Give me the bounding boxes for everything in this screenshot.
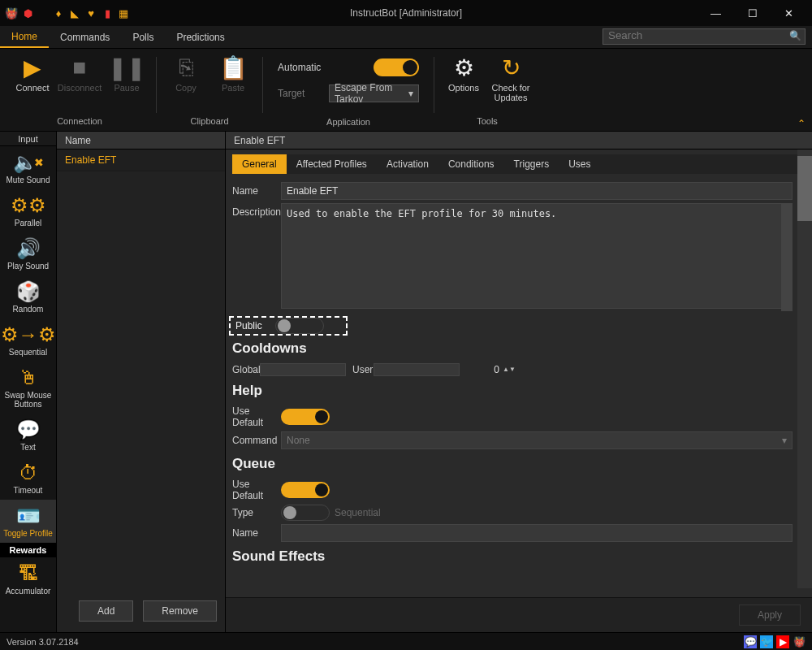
nav-home[interactable]: Home xyxy=(0,26,49,48)
sidebar-item-label: Timeout xyxy=(14,486,43,495)
tab-affected-profiles[interactable]: Affected Profiles xyxy=(287,154,377,174)
sidebar-text[interactable]: 💬Text xyxy=(0,414,56,457)
ribbon-group-application: Automatic Target Escape From Tarkov ▾ Ap… xyxy=(265,52,432,131)
target-dropdown[interactable]: Escape From Tarkov ▾ xyxy=(329,84,419,102)
list-header: Name xyxy=(57,132,225,150)
sidebar-swap-mouse[interactable]: 🖱Swap Mouse Buttons xyxy=(0,362,56,414)
target-label: Target xyxy=(278,88,322,99)
app-mini-icon[interactable]: 👹 xyxy=(793,635,806,648)
help-command-select[interactable]: None▾ xyxy=(281,431,793,449)
help-command-value: None xyxy=(287,435,310,446)
list-actions: Add Remove xyxy=(57,594,225,626)
user-cooldown-input[interactable]: ▲▼ xyxy=(374,363,460,376)
sequence-icon: ⚙→⚙ xyxy=(1,323,56,346)
pause-label: Pause xyxy=(114,83,139,93)
remove-button[interactable]: Remove xyxy=(143,600,217,622)
detail-tabs: General Affected Profiles Activation Con… xyxy=(232,154,810,174)
copy-button: ⎘ Copy xyxy=(165,52,207,94)
stepper-icon[interactable]: ▲▼ xyxy=(503,366,514,373)
search-box[interactable]: 🔍 xyxy=(603,28,806,45)
sidebar-item-label: Swap Mouse Buttons xyxy=(2,391,54,409)
chevron-down-icon: ▾ xyxy=(408,88,413,99)
tab-general[interactable]: General xyxy=(232,154,287,174)
user-cooldown-value[interactable] xyxy=(374,364,503,375)
sidebar-accumulator[interactable]: 🏗Accumulator xyxy=(0,557,56,600)
help-use-default-toggle[interactable] xyxy=(281,409,330,425)
application-group-label: Application xyxy=(326,114,370,132)
nav-polls[interactable]: Polls xyxy=(121,26,165,48)
name-input[interactable] xyxy=(281,182,793,200)
copy-icon: ⎘ xyxy=(179,54,193,81)
clock-icon: ⏱ xyxy=(19,462,38,484)
search-input[interactable] xyxy=(608,29,787,41)
content-scrollbar[interactable] xyxy=(797,150,812,588)
play-icon: ▶ xyxy=(24,54,41,81)
divider xyxy=(156,57,157,113)
sidebar-timeout[interactable]: ⏱Timeout xyxy=(0,457,56,500)
help-command-label: Command xyxy=(229,435,281,446)
content-panel: Enable EFT General Affected Profiles Act… xyxy=(226,132,812,632)
queue-name-input[interactable] xyxy=(281,524,793,542)
stop-icon: ■ xyxy=(73,54,87,81)
sidebar-item-label: Play Sound xyxy=(7,262,49,271)
sound-effects-heading: Sound Effects xyxy=(229,545,793,568)
sidebar-toggle-profile[interactable]: 🪪Toggle Profile xyxy=(0,500,56,543)
public-toggle[interactable] xyxy=(275,318,324,334)
tab-activation[interactable]: Activation xyxy=(377,154,438,174)
check-updates-button[interactable]: ↻ Check for Updates xyxy=(490,52,532,104)
tab-conditions[interactable]: Conditions xyxy=(438,154,504,174)
collapse-ribbon-icon[interactable]: ⌃ xyxy=(797,118,806,129)
title-bar: 👹 ⬢ ♦ ◣ ♥ ▮ ▦ InstructBot [Administrator… xyxy=(0,0,812,26)
options-button[interactable]: ⚙ Options xyxy=(443,52,485,104)
user-label: User xyxy=(346,364,374,375)
clipboard-group-label: Clipboard xyxy=(190,113,228,131)
add-button[interactable]: Add xyxy=(79,600,133,622)
ribbon-group-tools: ⚙ Options ↻ Check for Updates Tools xyxy=(436,52,538,131)
target-value: Escape From Tarkov xyxy=(335,82,408,105)
disconnect-button: ■ Disconnect xyxy=(58,52,101,94)
apply-button: Apply xyxy=(739,604,801,626)
minimize-button[interactable]: — xyxy=(698,0,734,26)
scrollbar-thumb[interactable] xyxy=(797,156,812,221)
quick-icon-1[interactable]: ♦ xyxy=(52,6,65,20)
app-icon-1: 👹 xyxy=(5,6,18,20)
global-cooldown-input[interactable]: ▲▼ xyxy=(260,363,346,376)
discord-icon[interactable]: 💬 xyxy=(744,635,757,648)
queue-type-toggle[interactable] xyxy=(281,505,330,521)
list-item-enable-eft[interactable]: Enable EFT xyxy=(57,150,225,171)
nav-predictions[interactable]: Predictions xyxy=(165,26,235,48)
textarea-scrollbar[interactable] xyxy=(781,203,793,311)
automatic-toggle[interactable] xyxy=(374,58,419,76)
queue-use-default-label: Use Default xyxy=(229,479,281,501)
dice-icon: 🎲 xyxy=(16,280,41,303)
main-nav: Home Commands Polls Predictions 🔍 xyxy=(0,26,812,49)
quick-icon-5[interactable]: ▦ xyxy=(117,6,130,20)
maximize-button[interactable]: ☐ xyxy=(734,0,771,26)
sidebar-item-label: Random xyxy=(13,305,44,314)
tab-triggers[interactable]: Triggers xyxy=(504,154,559,174)
nav-commands[interactable]: Commands xyxy=(49,26,121,48)
quick-icon-4[interactable]: ▮ xyxy=(101,6,114,20)
connect-button[interactable]: ▶ Connect xyxy=(11,52,54,94)
profile-icon: 🪪 xyxy=(16,505,41,527)
tools-group-label: Tools xyxy=(477,113,498,131)
quick-icon-3[interactable]: ♥ xyxy=(84,6,97,20)
twitter-icon[interactable]: 🐦 xyxy=(760,635,773,648)
list-panel: Name Enable EFT Add Remove xyxy=(57,132,226,632)
sidebar-random[interactable]: 🎲Random xyxy=(0,275,56,318)
sidebar-parallel[interactable]: ⚙⚙Parallel xyxy=(0,189,56,232)
titlebar-icons: 👹 ⬢ ♦ ◣ ♥ ▮ ▦ xyxy=(5,6,130,20)
close-button[interactable]: ✕ xyxy=(771,0,807,26)
sidebar-sequential[interactable]: ⚙→⚙Sequential xyxy=(0,318,56,362)
help-use-default-label: Use Default xyxy=(229,405,281,428)
sidebar-item-label: Toggle Profile xyxy=(3,529,53,538)
paste-icon: 📋 xyxy=(219,54,248,81)
description-textarea[interactable] xyxy=(281,203,793,309)
sidebar-mute-sound[interactable]: 🔈✖Mute Sound xyxy=(0,146,56,189)
youtube-icon[interactable]: ▶ xyxy=(776,635,789,648)
sidebar-play-sound[interactable]: 🔊Play Sound xyxy=(0,232,56,275)
quick-icon-2[interactable]: ◣ xyxy=(68,6,81,20)
tab-uses[interactable]: Uses xyxy=(559,154,600,174)
queue-use-default-toggle[interactable] xyxy=(281,482,330,498)
window-title: InstructBot [Administrator] xyxy=(350,7,462,19)
